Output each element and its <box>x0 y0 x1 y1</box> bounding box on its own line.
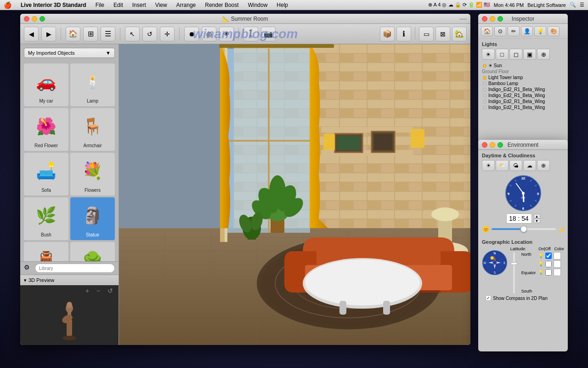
weather-btn-sun[interactable]: ☀ <box>482 160 495 171</box>
object-statue[interactable]: 🗿 Statue <box>70 197 115 240</box>
inspector-btn-home[interactable]: 🏠 <box>481 26 493 36</box>
toolbar-view-2[interactable]: ⊠ <box>435 27 450 41</box>
main-traffic-lights <box>24 16 45 22</box>
color-swatch-3[interactable] <box>554 269 561 276</box>
lights-btn-3[interactable]: ▣ <box>523 49 536 60</box>
light-indigo-1[interactable]: Indigo_Ed2_R1_Beta_Wing <box>482 86 564 92</box>
object-lamp[interactable]: 🕯️ Lamp <box>70 63 115 106</box>
toolbar-view-1[interactable]: ▭ <box>419 27 434 41</box>
toolbar-3d-box[interactable]: 📦 <box>380 27 395 41</box>
object-flowers[interactable]: 💐 Flowers <box>70 153 115 196</box>
toolbar-back[interactable]: ◀ <box>24 27 39 41</box>
toolbar-info[interactable]: ℹ <box>396 27 411 41</box>
inspector-minimize[interactable] <box>490 16 495 22</box>
time-step-down[interactable]: ▼ <box>534 218 540 223</box>
inspector-btn-color[interactable]: 🎨 <box>548 26 560 36</box>
menubar-list[interactable]: ☰ <box>580 2 584 8</box>
svg-text:9: 9 <box>507 192 509 196</box>
color-label: Color <box>554 247 564 251</box>
menu-edit[interactable]: Edit <box>110 2 127 8</box>
app-name[interactable]: Live Interior 3D Standard <box>17 2 90 8</box>
inspector-close[interactable] <box>482 16 487 22</box>
object-great-tree[interactable]: 🌳 Great Tree <box>70 242 115 261</box>
toolbar-forward[interactable]: ▶ <box>41 27 56 41</box>
show-compass-checkbox[interactable]: ✓ <box>486 295 491 301</box>
compass-svg: N S E W <box>482 247 508 279</box>
light-tower-lamp[interactable]: Light Tower lamp <box>482 75 564 80</box>
object-car[interactable]: 🚗 My car <box>24 63 68 106</box>
lights-btn-sun[interactable]: ☀ <box>482 49 495 60</box>
menu-window[interactable]: Window <box>244 2 271 8</box>
menu-view[interactable]: View <box>152 2 171 8</box>
object-sofa[interactable]: 🛋️ Sofa <box>24 153 68 196</box>
brightness-track[interactable] <box>492 228 556 230</box>
toolbar-eye[interactable]: 👁 <box>219 27 234 41</box>
light-bamboo-lamp[interactable]: Bamboo Lamp <box>482 80 564 86</box>
preview-zoom-in[interactable]: + <box>85 287 95 296</box>
menubar-search[interactable]: 🔍 <box>570 2 576 8</box>
object-red-flower[interactable]: 🌺 Red Flower <box>24 108 68 151</box>
color-swatch-2[interactable] <box>554 260 561 268</box>
light-sun[interactable]: ☀ Sun <box>482 63 564 69</box>
lat-track-container[interactable] <box>510 252 518 293</box>
close-button[interactable] <box>24 16 29 22</box>
object-armchair[interactable]: 🪑 Armchair <box>70 108 115 151</box>
color-swatch-1[interactable] <box>554 252 561 259</box>
menu-render-boost[interactable]: Render Boost <box>201 2 242 8</box>
weather-btn-partial[interactable]: ⛅ <box>496 160 509 171</box>
toolbar-layout-2[interactable]: ⊞ <box>83 27 98 41</box>
lights-btn-add[interactable]: ⊕ <box>537 49 550 60</box>
preview-reset[interactable]: ↺ <box>107 287 117 296</box>
inspector-btn-edit[interactable]: ✏ <box>508 26 520 36</box>
inspector-btn-circle[interactable]: ⊙ <box>494 26 506 36</box>
preview-zoom-out[interactable]: − <box>96 287 106 296</box>
inspector-btn-person[interactable]: 👤 <box>521 26 533 36</box>
lat-slider-area: North Equator South <box>510 252 536 293</box>
objects-dropdown[interactable]: My Imported Objects ▼ <box>24 48 115 58</box>
toolbar-camera[interactable]: ◎ <box>202 27 216 41</box>
weather-btn-overcast[interactable]: ☁ <box>523 160 536 171</box>
time-input[interactable] <box>506 213 532 224</box>
inspector-maximize[interactable] <box>498 16 503 22</box>
toolbar-rotate[interactable]: ↺ <box>142 27 157 41</box>
toolbar-cursor[interactable]: ↖ <box>125 27 140 41</box>
menu-help[interactable]: Help <box>273 2 292 8</box>
menu-insert[interactable]: Insert <box>129 2 150 8</box>
brightness-thumb[interactable] <box>520 226 527 232</box>
canvas-area[interactable] <box>119 44 470 345</box>
object-bush[interactable]: 🌿 Bush <box>24 197 68 240</box>
lights-btn-1[interactable]: □ <box>496 49 509 60</box>
light-indigo-3[interactable]: Indigo_Ed2_R1_Beta_Wing <box>482 98 564 104</box>
toolbar-walk[interactable]: 🚶 <box>243 27 258 41</box>
time-step-up[interactable]: ▲ <box>534 214 540 218</box>
toolbar-view-3[interactable]: 🏡 <box>452 27 467 41</box>
lights-btn-2[interactable]: ◻ <box>509 49 522 60</box>
light-indigo-2[interactable]: Indigo_Ed2_R1_Beta_Wing <box>482 92 564 98</box>
env-minimize[interactable] <box>490 142 495 148</box>
env-close[interactable] <box>482 142 487 148</box>
window-collapse[interactable]: — <box>459 15 467 23</box>
env-maximize[interactable] <box>498 142 503 148</box>
weather-btn-cloudy[interactable]: 🌤 <box>509 160 522 171</box>
light-on-1[interactable] <box>545 253 552 259</box>
menu-arrange[interactable]: Arrange <box>173 2 200 8</box>
minimize-button[interactable] <box>32 16 37 22</box>
menu-file[interactable]: File <box>92 2 108 8</box>
maximize-button[interactable] <box>40 16 45 22</box>
toolbar-layout-1[interactable]: 🏠 <box>66 27 80 41</box>
weather-btn-add[interactable]: ⊕ <box>537 160 550 171</box>
toolbar-record[interactable]: ⏺ <box>184 27 199 41</box>
toolbar-move[interactable]: ✛ <box>160 27 175 41</box>
inspector-btn-light[interactable]: 💡 <box>534 26 546 36</box>
light-on-3[interactable] <box>545 269 552 276</box>
object-vase[interactable]: 🏺 Vase <box>24 242 68 261</box>
toolbar-photo[interactable]: 📷 <box>261 27 276 41</box>
light-indigo-4[interactable]: Indigo_Ed2_R1_Beta_Wing <box>482 104 564 110</box>
preview-header[interactable]: ▾ 3D Preview <box>20 275 119 285</box>
library-search-input[interactable] <box>35 264 115 273</box>
toolbar-layout-3[interactable]: ☰ <box>101 27 115 41</box>
lat-thumb[interactable] <box>511 262 517 265</box>
light-on-2[interactable] <box>545 261 552 267</box>
apple-menu[interactable]: 🍎 <box>4 1 11 9</box>
gear-icon[interactable]: ⚙ <box>24 264 33 273</box>
